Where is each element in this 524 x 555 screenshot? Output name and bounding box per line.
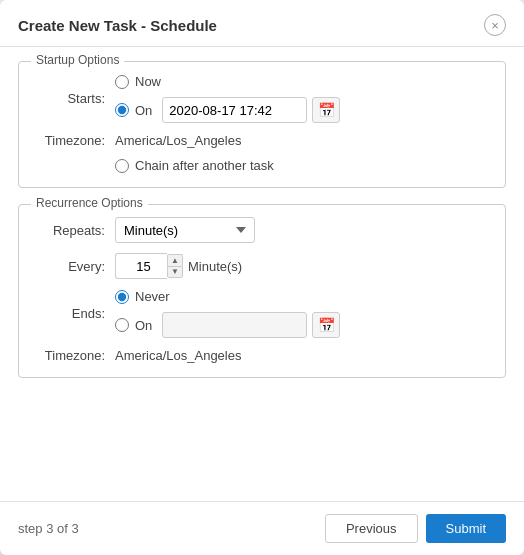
chain-radio-row: Chain after another task [115, 158, 274, 173]
recurrence-legend: Recurrence Options [31, 196, 148, 210]
dialog: Create New Task - Schedule × Startup Opt… [0, 0, 524, 555]
ends-date-wrap: 📅 [162, 312, 340, 338]
dialog-footer: step 3 of 3 Previous Submit [0, 501, 524, 555]
dialog-title: Create New Task - Schedule [18, 17, 217, 34]
ends-on-radio[interactable] [115, 318, 129, 332]
ends-never-radio[interactable] [115, 290, 129, 304]
calendar-button[interactable]: 📅 [312, 97, 340, 123]
recurrence-options-section: Recurrence Options Repeats: Minute(s) Ho… [18, 204, 506, 378]
startup-legend: Startup Options [31, 53, 124, 67]
chain-label[interactable]: Chain after another task [135, 158, 274, 173]
submit-button[interactable]: Submit [426, 514, 506, 543]
every-label: Every: [35, 259, 115, 274]
calendar-icon: 📅 [318, 102, 335, 118]
ends-on-label[interactable]: On [135, 318, 152, 333]
starts-on-label[interactable]: On [135, 103, 152, 118]
ends-row: Ends: Never On 📅 [35, 289, 489, 338]
starts-on-row: On 📅 [115, 97, 340, 123]
starts-now-label[interactable]: Now [135, 74, 161, 89]
every-unit-label: Minute(s) [188, 259, 242, 274]
ends-calendar-icon: 📅 [318, 317, 335, 333]
every-input-wrap: ▲ ▼ [115, 253, 183, 279]
previous-button[interactable]: Previous [325, 514, 418, 543]
startup-timezone-value: America/Los_Angeles [115, 133, 241, 148]
recurrence-timezone-value: America/Los_Angeles [115, 348, 241, 363]
footer-buttons: Previous Submit [325, 514, 506, 543]
repeats-select[interactable]: Minute(s) Hour(s) Day(s) Week(s) Month(s… [115, 217, 255, 243]
ends-label: Ends: [35, 306, 115, 321]
dialog-body: Startup Options Starts: Now On 📅 [0, 47, 524, 501]
starts-on-radio[interactable] [115, 103, 129, 117]
every-increment-button[interactable]: ▲ [167, 254, 183, 266]
every-input[interactable] [115, 253, 167, 279]
recurrence-timezone-row: Timezone: America/Los_Angeles [35, 348, 489, 363]
ends-radio-group: Never On 📅 [115, 289, 340, 338]
every-decrement-button[interactable]: ▼ [167, 266, 183, 278]
close-button[interactable]: × [484, 14, 506, 36]
every-spinner: ▲ ▼ [167, 254, 183, 278]
starts-label: Starts: [35, 91, 115, 106]
close-icon: × [491, 19, 499, 32]
ends-never-label[interactable]: Never [135, 289, 170, 304]
recurrence-timezone-label: Timezone: [35, 348, 115, 363]
ends-calendar-button[interactable]: 📅 [312, 312, 340, 338]
every-row: Every: ▲ ▼ Minute(s) [35, 253, 489, 279]
date-input-wrap: 📅 [162, 97, 340, 123]
starts-radio-group: Now On 📅 [115, 74, 340, 123]
chain-row: Chain after another task [35, 158, 489, 173]
timezone-label: Timezone: [35, 133, 115, 148]
ends-never-row: Never [115, 289, 340, 304]
timezone-row: Timezone: America/Los_Angeles [35, 133, 489, 148]
ends-date-input[interactable] [162, 312, 307, 338]
repeats-label: Repeats: [35, 223, 115, 238]
ends-on-row: On 📅 [115, 312, 340, 338]
starts-now-row: Now [115, 74, 340, 89]
starts-row: Starts: Now On 📅 [35, 74, 489, 123]
dialog-header: Create New Task - Schedule × [0, 0, 524, 47]
starts-now-radio[interactable] [115, 75, 129, 89]
repeats-row: Repeats: Minute(s) Hour(s) Day(s) Week(s… [35, 217, 489, 243]
startup-options-section: Startup Options Starts: Now On 📅 [18, 61, 506, 188]
step-indicator: step 3 of 3 [18, 521, 79, 536]
chain-radio[interactable] [115, 159, 129, 173]
start-date-input[interactable] [162, 97, 307, 123]
